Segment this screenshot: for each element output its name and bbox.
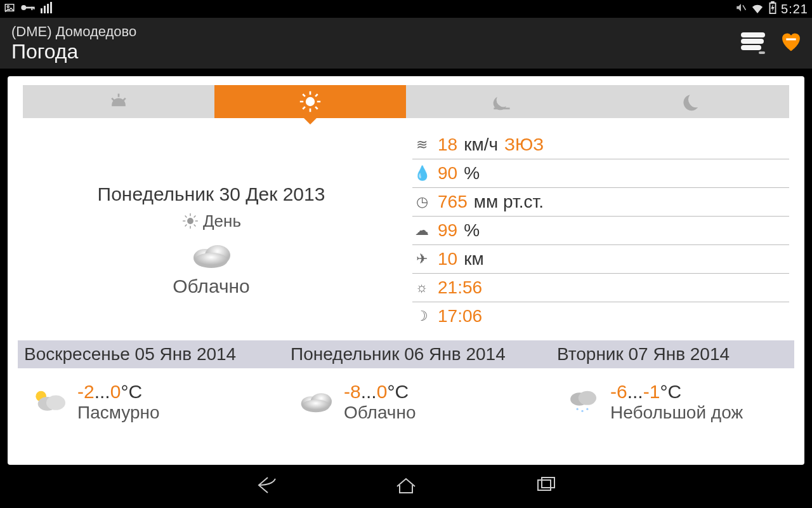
visibility-icon: ✈: [412, 251, 431, 267]
svg-rect-13: [786, 38, 796, 40]
recent-button[interactable]: [533, 472, 558, 500]
svg-line-33: [194, 225, 196, 227]
key-icon: [20, 3, 36, 15]
humidity-icon: 💧: [412, 165, 431, 182]
svg-rect-9: [50, 2, 52, 13]
svg-line-23: [315, 107, 318, 109]
svg-line-22: [303, 94, 305, 97]
bars-icon: [41, 2, 53, 16]
tab-night[interactable]: [598, 85, 789, 118]
picture-icon: [4, 2, 15, 16]
forecast-temp: -6...-1°C: [610, 381, 743, 403]
header-subtitle: (DME) Домодедово: [11, 23, 136, 40]
current-summary: Понедельник 30 Дек 2013 День Облачно: [23, 131, 400, 330]
svg-rect-51: [542, 478, 554, 488]
svg-rect-12: [771, 1, 774, 3]
status-time: 5:21: [781, 2, 808, 17]
app-header: (DME) Домодедово Погода: [0, 18, 812, 69]
svg-point-1: [7, 6, 9, 8]
forecast-weather-icon: [297, 386, 335, 418]
forecast-day[interactable]: Понедельник 06 Янв 2014 -8...0°C Облачно: [284, 340, 551, 429]
tab-dawn[interactable]: [23, 85, 214, 118]
row-sunset: ☽ 17:06: [412, 302, 789, 330]
svg-line-35: [194, 216, 196, 218]
row-visibility: ✈ 10 км: [412, 245, 789, 274]
svg-line-24: [303, 107, 305, 109]
forecast-title: Воскресенье 05 Янв 2014: [18, 340, 284, 368]
current-date: Понедельник 30 Дек 2013: [98, 184, 325, 205]
sun-icon: [181, 212, 199, 230]
svg-point-47: [577, 408, 579, 410]
svg-rect-3: [25, 7, 34, 9]
svg-rect-6: [41, 8, 43, 13]
forecast-title: Вторник 07 Янв 2014: [551, 340, 794, 368]
row-pressure: ◷ 765 мм рт.ст.: [412, 188, 789, 217]
svg-point-17: [306, 97, 315, 106]
tab-day[interactable]: [214, 85, 406, 118]
svg-point-44: [302, 399, 329, 412]
daypart-label: День: [203, 211, 241, 231]
svg-line-15: [112, 98, 114, 101]
row-cloud: ☁ 99%: [412, 217, 789, 245]
tab-evening[interactable]: [406, 85, 598, 118]
svg-point-46: [579, 391, 596, 404]
current-details: ≋ 18 км/ч ЗЮЗ 💧 90% ◷ 765 мм рт.ст. ☁ 99…: [412, 131, 789, 330]
svg-point-41: [46, 395, 65, 410]
row-wind: ≋ 18 км/ч ЗЮЗ: [412, 131, 789, 159]
back-button[interactable]: [254, 472, 279, 500]
svg-line-25: [315, 94, 318, 97]
cloud-cover-icon: ☁: [412, 222, 431, 239]
svg-line-10: [743, 5, 746, 10]
forecast-temp: -2...0°C: [77, 381, 160, 403]
forecast-weather-icon: [30, 386, 69, 418]
weather-card: Понедельник 30 Дек 2013 День Облачно ≋ 1…: [8, 76, 804, 465]
hamburger-icon: [741, 32, 765, 50]
header-title: Погода: [11, 40, 136, 64]
wind-icon: ≋: [412, 137, 431, 153]
sunset-icon: ☽: [412, 308, 431, 324]
battery-icon: [768, 1, 777, 17]
forecast-title: Понедельник 06 Янв 2014: [284, 340, 551, 368]
forecast-row[interactable]: Воскресенье 05 Янв 2014 -2...0°C Пасмурн…: [18, 340, 794, 429]
daypart-tabs: [23, 85, 789, 118]
svg-rect-5: [34, 7, 35, 10]
svg-line-34: [185, 225, 187, 227]
sunrise-icon: ☼: [412, 279, 431, 296]
pressure-icon: ◷: [412, 194, 431, 210]
svg-rect-50: [538, 480, 551, 490]
svg-point-48: [581, 410, 583, 411]
row-humidity: 💧 90%: [412, 159, 789, 188]
svg-line-32: [185, 216, 187, 218]
forecast-desc: Небольшой дож: [610, 403, 743, 423]
forecast-temp: -8...0°C: [344, 381, 416, 403]
svg-rect-7: [44, 6, 46, 13]
mute-icon: [735, 2, 747, 16]
favorite-button[interactable]: [779, 30, 803, 56]
svg-rect-8: [47, 4, 49, 13]
android-status-bar: 5:21: [0, 0, 812, 18]
svg-point-49: [586, 408, 588, 410]
menu-button[interactable]: [741, 32, 765, 54]
android-nav-bar: [0, 465, 812, 508]
row-sunrise: ☼ 21:56: [412, 274, 789, 302]
current-condition: Облачно: [173, 276, 250, 297]
forecast-desc: Облачно: [344, 403, 416, 423]
forecast-day[interactable]: Вторник 07 Янв 2014 -6...-1°C Небольшой …: [551, 340, 794, 429]
cloud-icon: [188, 237, 234, 269]
svg-rect-4: [31, 7, 32, 10]
forecast-desc: Пасмурно: [77, 403, 160, 423]
forecast-day[interactable]: Воскресенье 05 Янв 2014 -2...0°C Пасмурн…: [18, 340, 284, 429]
svg-line-16: [123, 98, 126, 101]
svg-point-38: [195, 253, 228, 268]
wifi-icon: [750, 2, 764, 16]
svg-point-27: [187, 218, 193, 224]
forecast-weather-icon: [563, 386, 601, 418]
home-button[interactable]: [393, 472, 419, 500]
